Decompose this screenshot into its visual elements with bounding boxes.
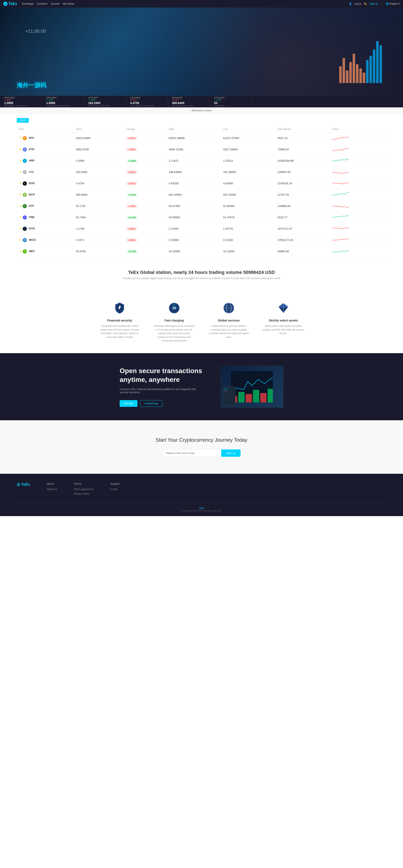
change-badge: +0.79% <box>126 250 138 253</box>
table-cell-volume: 2376526.16 <box>275 178 329 189</box>
language-selector[interactable]: 🌐 English ▾ <box>385 2 400 5</box>
footer-logo: ◎ TeEx <box>17 482 30 497</box>
footer-link-about-us[interactable]: About Us <box>47 488 57 491</box>
feature-title-global-services: Global services <box>208 319 250 322</box>
stats-title: TeEx Global station, nearly 24 hours tra… <box>17 270 386 275</box>
change-badge: -2.02% <box>126 227 137 230</box>
star-icon[interactable]: ★ <box>19 204 22 207</box>
hero-text-overlay: 海外一源码 <box>17 81 46 89</box>
star-icon[interactable]: ★ <box>19 249 22 252</box>
table-cell-high: 53.89500 <box>166 212 221 223</box>
table-cell-volume: 120667.64 <box>275 166 329 178</box>
table-row: ★ X XRP 1.0958 +1.58% 1.11671 1.07012 41… <box>17 155 386 166</box>
signup-link[interactable]: Sign up <box>369 2 378 5</box>
svg-rect-16 <box>253 390 259 402</box>
star-icon[interactable]: ★ <box>19 238 22 241</box>
coin-icon-eth: E <box>23 148 27 152</box>
stats-subtitle: Provide secure, reliable digital asset t… <box>17 277 386 280</box>
footer-link-e-mail[interactable]: e-mail <box>110 488 120 491</box>
nav-link-my-assets[interactable]: My Assets <box>63 2 74 5</box>
ticker-pair: BCH/USDT <box>172 97 205 99</box>
logo[interactable]: ◎ TeEx <box>3 2 17 6</box>
coin-name: IOTA <box>29 227 35 230</box>
signup-submit-button[interactable]: Sign up <box>221 450 240 457</box>
coin-name: LTC <box>29 170 34 173</box>
usdt-tab[interactable]: USDT <box>17 118 29 123</box>
table-cell-change: -0.52% <box>124 178 166 189</box>
ticker-price: 1.0958 <box>4 101 37 105</box>
star-icon[interactable]: ★ <box>19 148 22 151</box>
table-row: ★ E ETH 4352.9700 -1.94% 4459.71000 4327… <box>17 144 386 155</box>
mockup-chart-svg <box>231 371 273 402</box>
table-row: ★ N NEO 42.6700 +0.79% 43.32000 42.22000… <box>17 246 386 257</box>
change-badge: -0.53% <box>126 170 137 174</box>
app-desc: It covers IOS, Android and windows platf… <box>120 388 204 394</box>
sparkline-chart <box>332 157 349 163</box>
table-cell-price: 600.6400 <box>74 189 124 200</box>
coin-name: ETH <box>29 148 34 151</box>
table-cell-trend <box>329 132 386 144</box>
footer-link-terms-agreement[interactable]: Terms agreement <box>74 488 93 491</box>
table-header-change: Change <box>124 126 166 132</box>
ticker-price: 4.4759 <box>130 101 164 105</box>
hero-bar <box>356 64 358 83</box>
star-icon[interactable]: ★ <box>19 181 22 185</box>
ticker-price: 193.2500 <box>88 101 121 105</box>
table-cell-change: +0.13% <box>124 212 166 223</box>
table-row: ★ E EOS 4.4759 -0.52% 4.54200 4.43400 23… <box>17 178 386 189</box>
table-cell-change: -2.02% <box>124 223 166 235</box>
sparkline-chart <box>332 146 349 152</box>
app-mockup: ▲ BTC61614-1.97% <box>221 366 283 408</box>
feature-title-strictly-select: Strictly select assets <box>262 319 304 322</box>
ticker-item: ETC/USDT +1.91% 53 24H quantity ... <box>210 96 252 107</box>
table-row: ★ T TRB 52.7450 +0.13% 53.89500 51.47670… <box>17 212 386 223</box>
coin-name: XRP <box>29 159 34 162</box>
footer-col-terms: TermsTerms agreementPrivacy Policy <box>74 482 93 497</box>
table-cell-price: 53.1707 <box>74 200 124 212</box>
android-app-button[interactable]: Android App <box>140 400 163 407</box>
table-cell-price: 4.4759 <box>74 178 124 189</box>
table-header-price: Price <box>74 126 124 132</box>
navbar: ◎ TeEx ExchangeContractsSecondMy Assets … <box>0 0 403 7</box>
nav-link-second[interactable]: Second <box>51 2 59 5</box>
table-header-trend: Trend <box>329 126 386 132</box>
stats-prefix: TeEx Global station, nearly 24 hours tra… <box>128 270 242 275</box>
footer-brand: TeEx <box>17 507 386 509</box>
star-icon[interactable]: ★ <box>19 193 22 196</box>
table-cell-high: 54.07300 <box>166 200 221 212</box>
footer-link-privacy-policy[interactable]: Privacy Policy <box>74 492 93 495</box>
table-row: ★ B BCH 600.6400 +1.91% 601.02000 597.22… <box>17 189 386 200</box>
sparkline-chart <box>332 237 349 243</box>
coin-name: TRB <box>29 215 34 219</box>
login-link[interactable]: Log in <box>354 2 362 5</box>
table-cell-change: +1.91% <box>124 189 166 200</box>
table-cell-trend <box>329 246 386 257</box>
nav-links: ExchangeContractsSecondMy Assets <box>22 2 349 5</box>
ticker-volume: 24H quantity 12767.3544 <box>172 105 205 107</box>
table-cell-low: 42.22000 <box>221 246 275 257</box>
table-cell-volume: 1074711.07 <box>275 223 329 235</box>
star-icon[interactable]: ★ <box>19 170 22 173</box>
coin-icon-eos: E <box>23 181 27 186</box>
ticker-volume: 24H quantity 41902354.6751 <box>4 105 37 107</box>
signup-section: Start Your Cryptocurrency Journey Today … <box>0 420 403 474</box>
table-cell-low: 597.22000 <box>221 189 275 200</box>
star-icon[interactable]: ★ <box>19 227 22 230</box>
star-icon[interactable]: ★ <box>19 215 22 219</box>
table-header-pair: Pair <box>17 126 74 132</box>
coin-name: BCH <box>29 193 35 196</box>
logo-text: TeEx <box>8 2 17 6</box>
ios-app-button[interactable]: IOS App <box>120 400 138 407</box>
email-input[interactable] <box>163 449 221 457</box>
footer-logo-icon: ◎ <box>17 482 20 487</box>
coin-icon-etc: E <box>23 204 27 208</box>
ticker-price: 1.0958 <box>46 101 80 105</box>
coin-icon-trb: T <box>23 215 27 220</box>
nav-link-contracts[interactable]: Contracts <box>37 2 48 5</box>
nav-link-exchange[interactable]: Exchange <box>22 2 33 5</box>
table-cell-low: 52.80300 <box>221 200 275 212</box>
table-cell-volume: 27961171.01 <box>275 235 329 246</box>
star-icon[interactable]: ★ <box>19 159 22 162</box>
star-icon[interactable]: ★ <box>19 136 22 139</box>
table-cell-high: 43.32000 <box>166 246 221 257</box>
